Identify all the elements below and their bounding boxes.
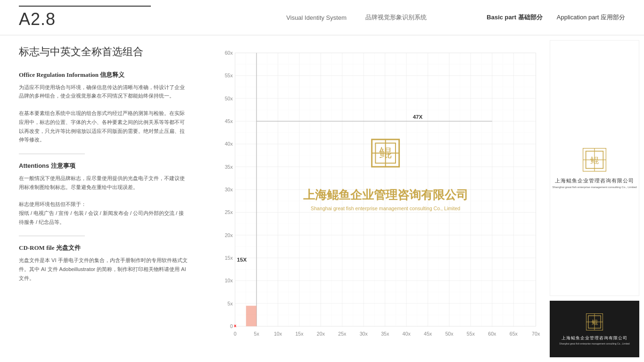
header-right-nav: Basic part 基础部分 Application part 应用部分 [487,13,625,22]
svg-text:20x: 20x [317,331,325,337]
section1-heading: Office Regulation Information 信息释义 [19,71,189,79]
section2-text3: 报纸 / 电视广告 / 宣传 / 包装 / 会议 / 新闻发布会 / 公司内外部… [19,209,189,226]
header-line [19,6,151,7]
nav-basic-part: Basic part 基础部分 [487,13,542,22]
chart-area: 60x 55x 50x 45x 40x 35x 30x 25x 20x 15x … [207,35,550,362]
logo-cn-name-white-card: 上海鲲鱼企业管理咨询有限公司 [555,177,634,184]
section3-heading: CD-ROM file 光盘文件 [19,244,189,252]
svg-text:35x: 35x [225,164,233,170]
svg-text:15x: 15x [225,255,233,261]
svg-text:0: 0 [230,323,233,329]
svg-text:30x: 30x [360,331,368,337]
section2-heading: Attentions 注意事项 [19,162,189,170]
svg-text:15X: 15X [237,256,247,263]
section-info: Office Regulation Information 信息释义 为适应不同… [19,71,189,144]
divider2 [19,236,85,236]
svg-text:40x: 40x [403,331,411,337]
svg-text:30x: 30x [225,187,233,192]
svg-text:40x: 40x [225,141,233,147]
nav-brand-cn: 品牌视觉形象识别系统 [365,13,427,22]
main-content: 标志与中英文全称首选组合 Office Regulation Informati… [0,35,644,362]
svg-text:上海鲲鱼企业管理咨询有限公司: 上海鲲鱼企业管理咨询有限公司 [303,188,468,201]
svg-text:35x: 35x [381,331,389,337]
logo-card-black: 鲲 上海鲲鱼企业管理咨询有限公司 Shanghai great fish ent… [550,301,639,357]
svg-text:鲲: 鲲 [592,318,598,325]
svg-text:50x: 50x [445,331,454,337]
svg-text:5x: 5x [228,301,233,306]
logo-en-name-black-card: Shanghai great fish enterprise managemen… [559,342,629,345]
svg-text:47X: 47X [413,114,423,120]
logo-card-white: 鲲 上海鲲鱼企业管理咨询有限公司 Shanghai great fish ent… [550,40,639,296]
svg-text:5x: 5x [254,331,259,337]
svg-text:鲲: 鲲 [379,146,392,160]
svg-text:25x: 25x [338,331,347,337]
logo-symbol-white: 鲲 [583,148,606,173]
section2-text1: 在一般情况下使用品牌标志，应尽量使用提供的光盘电子文件，不建议使用标准制图绘制标… [19,174,189,191]
svg-text:45x: 45x [225,118,233,124]
svg-text:0: 0 [234,331,237,337]
section-main-title: 标志与中英文全称首选组合 [19,45,189,59]
logo-symbol-black-card: 鲲 [586,313,603,332]
svg-text:Shanghai great fish enterprise: Shanghai great fish enterprise managemen… [311,206,460,211]
svg-text:25x: 25x [225,209,233,215]
svg-text:15x: 15x [295,331,304,337]
svg-rect-95 [246,306,256,327]
svg-text:10x: 10x [274,331,282,337]
divider1 [19,154,85,154]
left-panel: 标志与中英文全称首选组合 Office Regulation Informati… [0,35,207,362]
svg-text:65x: 65x [510,331,518,337]
svg-text:50x: 50x [225,96,233,101]
logo-en-name-white-card: Shanghai great fish enterprise managemen… [552,186,636,189]
section1-text2: 在基本要素组合系统中出现的组合形式均经过严格的测算与检验。在实际应用中，标志的位… [19,109,189,144]
nav-app-part: Application part 应用部分 [557,13,625,22]
section3-text: 光盘文件是本 VI 手册电子文件的集合，内含手册制作时的专用软件格式文件。其中 … [19,256,189,282]
svg-text:70x: 70x [532,331,540,337]
grid-chart: 60x 55x 50x 45x 40x 35x 30x 25x 20x 15x … [217,40,545,357]
page-number: A2.8 [19,9,226,29]
section-attention: Attentions 注意事项 在一般情况下使用品牌标志，应尽量使用提供的光盘电… [19,162,189,226]
header-left: A2.8 [19,6,226,29]
svg-text:55x: 55x [225,73,233,78]
svg-text:60x: 60x [225,50,233,56]
svg-text:20x: 20x [225,232,233,238]
section1-text1: 为适应不同使用场合与环境，确保信息传达的清晰与准确，特设计了企业品牌的多种组合，… [19,83,189,100]
svg-text:55x: 55x [467,331,475,337]
svg-text:鲲: 鲲 [590,155,599,165]
svg-text:60x: 60x [488,331,496,337]
section-cdrom: CD-ROM file 光盘文件 光盘文件是本 VI 手册电子文件的集合，内含手… [19,244,189,282]
svg-text:x: x [234,323,237,328]
svg-text:10x: 10x [225,278,233,283]
nav-vis-identity: Visual Identity System [286,14,347,21]
logo-cn-name-black-card: 上海鲲鱼企业管理咨询有限公司 [561,335,627,341]
page-header: A2.8 Visual Identity System 品牌视觉形象识别系统 B… [0,0,644,35]
svg-text:45x: 45x [424,331,432,337]
right-panel: 鲲 上海鲲鱼企业管理咨询有限公司 Shanghai great fish ent… [550,35,644,362]
header-center-nav: Visual Identity System 品牌视觉形象识别系统 [226,13,487,22]
section2-text2: 标志使用环境包括但不限于： [19,200,189,209]
